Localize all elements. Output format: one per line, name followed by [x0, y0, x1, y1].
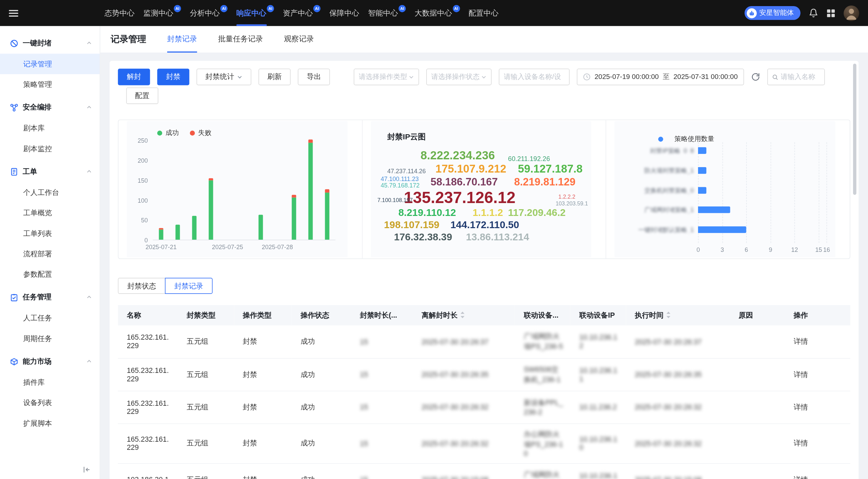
ai-badge: AI — [313, 5, 320, 12]
tab-observe-records[interactable]: 观察记录 — [284, 26, 314, 53]
sidebar-item[interactable]: 扩展脚本 — [0, 413, 100, 433]
search-input[interactable] — [781, 73, 820, 81]
legend-item[interactable]: 失败 — [190, 128, 212, 138]
col-header-label: 原因 — [738, 311, 753, 319]
avatar[interactable] — [844, 5, 859, 21]
date-from: 2025-07-19 00:00:00 — [594, 73, 659, 81]
subtabs: 封禁状态 封禁记录 — [118, 278, 850, 294]
chevron-up-icon — [86, 40, 92, 46]
task-icon — [10, 293, 18, 301]
refresh-button[interactable]: 刷新 — [258, 68, 291, 85]
blurred-value: 10.11.236.2 — [579, 403, 617, 411]
op-status-select[interactable]: 请选择操作状态 — [426, 68, 492, 85]
topnav-item[interactable]: 保障中心 — [329, 0, 359, 26]
col-header-duration: 封禁时长(... — [351, 305, 413, 325]
config-button[interactable]: 配置 — [126, 87, 158, 104]
cell-action[interactable]: 详情 — [785, 358, 850, 391]
topnav-item[interactable]: 态势中心 — [105, 0, 135, 26]
cell-ban_type: 五元组 — [178, 391, 234, 423]
cell-device_ip: 10.10.236.11 — [570, 358, 626, 391]
op-type-select[interactable]: 请选择操作类型 — [354, 68, 419, 85]
cell-action[interactable]: 详情 — [785, 325, 850, 358]
scrollbar-thumb[interactable] — [853, 64, 856, 195]
topnav-item[interactable]: 资产中心AI — [283, 0, 320, 26]
bell-icon[interactable] — [809, 8, 818, 18]
sort-icon — [460, 311, 465, 319]
topnav-item[interactable]: 响应中心AI — [236, 0, 274, 26]
brand-badge[interactable]: 安星智能体 — [744, 6, 801, 20]
subtab-ban-records[interactable]: 封禁记录 — [165, 278, 213, 294]
sidebar-item[interactable]: 工单概览 — [0, 203, 100, 223]
sidebar-group-header[interactable]: 任务管理 — [0, 287, 100, 308]
export-button[interactable]: 导出 — [298, 68, 330, 85]
sidebar-item[interactable]: 流程部署 — [0, 243, 100, 264]
ai-badge: AI — [453, 5, 460, 12]
date-separator: 至 — [663, 72, 669, 82]
topnav-item[interactable]: 智能中心AI — [368, 0, 406, 26]
sidebar-item[interactable]: 剧本监控 — [0, 138, 100, 159]
cell-action[interactable]: 详情 — [785, 391, 850, 423]
sidebar-item[interactable]: 插件库 — [0, 372, 100, 392]
success-segment — [209, 181, 213, 240]
sidebar-group-label: 工单 — [23, 166, 86, 176]
cell-action[interactable]: 详情 — [785, 423, 850, 463]
tab-ban-records[interactable]: 封禁记录 — [167, 26, 197, 53]
col-header-label: 执行时间 — [635, 311, 664, 319]
tab-batch-task-records[interactable]: 批量任务记录 — [218, 26, 263, 53]
menu-icon[interactable] — [9, 8, 18, 18]
topnav-item[interactable]: 监测中心AI — [143, 0, 181, 26]
sidebar-item[interactable]: 周期任务 — [0, 328, 100, 348]
sidebar-nav: 一键封堵记录管理策略管理安全编排剧本库剧本监控工单个人工作台工单概览工单列表流程… — [0, 26, 100, 434]
sidebar-group-header[interactable]: 能力市场 — [0, 351, 100, 372]
topnav-item[interactable]: 配置中心 — [469, 0, 498, 26]
cell-name: 165.232.161.229 — [118, 391, 178, 423]
cell-reason — [730, 423, 785, 463]
subtab-ban-status[interactable]: 封禁状态 — [118, 278, 165, 294]
date-range-picker[interactable]: 2025-07-19 00:00:00 至 2025-07-31 00:00:0… — [577, 68, 744, 85]
y-tick-label: 250 — [138, 137, 148, 144]
x-tick-label: 3 — [721, 246, 724, 253]
chevron-down-icon — [481, 74, 487, 80]
cell-action[interactable]: 详情 — [785, 463, 850, 479]
apps-grid-icon[interactable] — [827, 8, 835, 17]
ip-word: 13.86.113.214 — [466, 232, 529, 243]
sidebar-item[interactable]: 参数配置 — [0, 264, 100, 284]
sidebar-item[interactable]: 个人工作台 — [0, 182, 100, 202]
sidebar-item[interactable]: 设备列表 — [0, 393, 100, 413]
x-tick-label: 2025-07-21 — [145, 243, 177, 250]
ban-stats-button[interactable]: 封禁统计 — [197, 68, 252, 85]
sidebar-item[interactable]: 人工任务 — [0, 308, 100, 328]
sidebar-group-header[interactable]: 工单 — [0, 161, 100, 182]
cell-release_time: 2025-07-30 20:26:32 — [413, 423, 515, 463]
blurred-value: SW6506交换机_236-1 — [524, 364, 565, 384]
ip-cloud-chart: 封禁IP云图 8.222.234.23660.211.192.2647.237.… — [362, 120, 606, 258]
legend-item[interactable]: 成功 — [157, 128, 179, 138]
device-name-input[interactable] — [504, 73, 565, 81]
blurred-value: 2025-07-30 20:15:08 — [635, 475, 702, 479]
sidebar-group-header[interactable]: 一键封堵 — [0, 33, 100, 54]
blurred-value: 2025-07-30 20:15:08 — [421, 475, 488, 479]
topnav-item[interactable]: 大数据中心AI — [415, 0, 460, 26]
unban-button[interactable]: 解封 — [118, 68, 150, 85]
blurred-value: 15 — [360, 370, 368, 378]
sidebar-item[interactable]: 记录管理 — [0, 54, 100, 74]
collapse-sidebar-icon[interactable] — [82, 465, 91, 474]
sidebar-item[interactable]: 工单列表 — [0, 223, 100, 243]
trend-bar — [159, 228, 163, 240]
topnav-item[interactable]: 分析中心AI — [190, 0, 228, 26]
ban-button[interactable]: 封禁 — [157, 68, 190, 85]
topnav-item-label: 保障中心 — [329, 8, 359, 18]
ip-word: 60.211.192.26 — [508, 156, 550, 163]
cell-ban_type: 五元组 — [178, 325, 234, 358]
topbar: 态势中心监测中心AI分析中心AI响应中心AI资产中心AI保障中心智能中心AI大数… — [0, 0, 868, 26]
policy-bar — [698, 187, 706, 194]
sidebar-item[interactable]: 策略管理 — [0, 74, 100, 95]
gridline — [746, 142, 747, 243]
col-header-exec_time[interactable]: 执行时间 — [626, 305, 730, 325]
refresh-icon[interactable] — [751, 73, 760, 81]
col-header-release_time[interactable]: 离解封时长 — [413, 305, 515, 325]
sidebar-item[interactable]: 剧本库 — [0, 118, 100, 138]
sidebar: 一键封堵记录管理策略管理安全编排剧本库剧本监控工单个人工作台工单概览工单列表流程… — [0, 26, 100, 479]
sidebar-group-header[interactable]: 安全编排 — [0, 97, 100, 118]
blurred-value: 新设备PPL_236-2 — [524, 398, 565, 416]
